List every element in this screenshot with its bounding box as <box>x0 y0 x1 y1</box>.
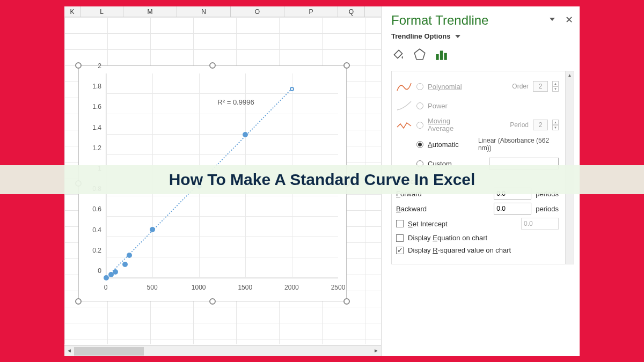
resize-handle-tr[interactable] <box>343 62 350 69</box>
y-tick-label: 1.2 <box>92 144 101 152</box>
svg-rect-2 <box>436 54 438 60</box>
r-squared-label[interactable]: R² = 0.9996 <box>217 98 254 106</box>
x-tick-label: 1000 <box>192 284 206 291</box>
periods-label: periods <box>536 205 559 213</box>
article-title-banner: How To Make A Standard Curve In Excel <box>0 165 644 194</box>
pane-title: Format Trendline <box>391 13 574 28</box>
period-label: Period <box>510 121 529 129</box>
backward-row: Backward periods <box>396 203 569 215</box>
polynomial-option-row[interactable]: Polynomial Order ▲▼ <box>396 77 569 96</box>
scroll-up-button[interactable]: ▲ <box>566 71 574 80</box>
automatic-radio[interactable] <box>416 141 423 148</box>
pane-subtitle-row[interactable]: Trendline Options <box>391 31 574 41</box>
backward-label: Backward <box>396 205 444 213</box>
pane-subtitle: Trendline Options <box>391 32 451 40</box>
automatic-label: AAutomaticutomatic <box>428 141 459 149</box>
power-label: Power <box>428 102 448 110</box>
x-tick-label: 500 <box>147 284 158 291</box>
article-title: How To Make A Standard Curve In Excel <box>169 171 475 189</box>
order-label: Order <box>512 83 529 90</box>
power-icon <box>396 99 412 112</box>
column-header[interactable]: L <box>80 6 123 17</box>
y-tick-label: 1.4 <box>92 124 101 131</box>
y-tick-label: 0.6 <box>92 205 101 213</box>
close-pane-button[interactable]: ✕ <box>565 14 573 26</box>
y-tick-label: 2 <box>98 62 101 70</box>
column-header[interactable]: K <box>64 6 80 17</box>
trendline-options-tab-icon[interactable] <box>434 47 448 61</box>
x-tick-label: 2000 <box>284 284 299 291</box>
scroll-thumb[interactable] <box>74 347 144 356</box>
fill-tab-icon[interactable] <box>391 47 405 61</box>
column-header[interactable]: M <box>123 6 177 17</box>
scroll-track[interactable] <box>74 347 371 356</box>
scroll-left-button[interactable]: ◄ <box>64 346 74 356</box>
data-point[interactable] <box>122 262 128 267</box>
resize-handle-tm[interactable] <box>209 62 216 69</box>
moving-average-icon <box>396 119 412 131</box>
display-equation-checkbox[interactable] <box>396 234 404 242</box>
set-intercept-row[interactable]: Set Intercept <box>396 218 569 230</box>
column-header[interactable]: N <box>177 6 231 17</box>
order-spinner[interactable]: ▲▼ <box>552 81 559 92</box>
resize-handle-tl[interactable] <box>75 62 82 69</box>
display-r2-row[interactable]: Display R-squared value on chart <box>396 246 569 254</box>
svg-marker-1 <box>414 49 425 60</box>
horizontal-scrollbar[interactable]: ◄ ► <box>64 345 381 356</box>
automatic-description: Linear (Absorbance (562 nm)) <box>478 137 559 152</box>
svg-rect-4 <box>444 53 447 60</box>
x-tick-label: 2500 <box>331 284 346 291</box>
automatic-option-row[interactable]: AAutomaticutomatic Linear (Absorbance (5… <box>396 135 569 154</box>
period-spinner[interactable]: ▲▼ <box>552 120 559 130</box>
pane-tab-strip <box>391 47 574 61</box>
y-tick-label: 0.2 <box>92 247 101 254</box>
data-point[interactable] <box>243 132 248 137</box>
data-point[interactable] <box>290 87 294 91</box>
y-tick-label: 1.8 <box>92 83 101 90</box>
effects-tab-icon[interactable] <box>413 47 427 61</box>
polynomial-radio[interactable] <box>416 83 423 90</box>
svg-rect-3 <box>440 51 443 60</box>
moving-average-option-row[interactable]: MovingAverage Period ▲▼ <box>396 115 569 135</box>
polynomial-icon <box>396 80 412 93</box>
x-axis: 0 500 1000 1500 2000 2500 <box>106 284 338 293</box>
moving-average-radio[interactable] <box>416 122 423 129</box>
polynomial-label: Polynomial <box>428 83 462 91</box>
power-radio[interactable] <box>416 102 423 109</box>
power-option-row[interactable]: Power <box>396 96 569 115</box>
display-r2-label: Display R-squared value on chart <box>408 246 511 254</box>
moving-average-label: MovingAverage <box>428 117 453 133</box>
x-tick-label: 1500 <box>238 284 252 291</box>
display-equation-label: Display Equation on chart <box>408 234 487 242</box>
set-intercept-label: Set Intercept <box>408 220 448 228</box>
column-header[interactable]: Q <box>338 6 365 17</box>
order-input[interactable] <box>533 81 548 92</box>
y-tick-label: 0.4 <box>92 226 101 234</box>
data-point[interactable] <box>127 253 132 258</box>
display-r2-checkbox[interactable] <box>396 247 404 254</box>
resize-handle-br[interactable] <box>343 298 350 305</box>
data-point[interactable] <box>150 227 155 232</box>
column-header[interactable]: O <box>231 6 284 17</box>
x-tick-label: 0 <box>104 284 108 291</box>
column-header[interactable]: P <box>284 6 338 17</box>
period-input[interactable] <box>533 120 548 130</box>
chevron-down-icon <box>455 35 460 38</box>
backward-input[interactable] <box>494 203 531 215</box>
y-tick-label: 0 <box>98 267 101 275</box>
display-equation-row[interactable]: Display Equation on chart <box>396 234 569 242</box>
set-intercept-checkbox[interactable] <box>396 220 404 227</box>
pane-options-dropdown[interactable] <box>547 14 555 24</box>
scroll-right-button[interactable]: ► <box>371 346 381 356</box>
data-point[interactable] <box>113 269 118 275</box>
intercept-input[interactable] <box>521 218 559 230</box>
column-headers-row: K L M N O P Q <box>64 6 381 17</box>
y-tick-label: 1.6 <box>92 103 101 110</box>
resize-handle-bl[interactable] <box>75 298 82 305</box>
resize-handle-bm[interactable] <box>209 298 216 305</box>
